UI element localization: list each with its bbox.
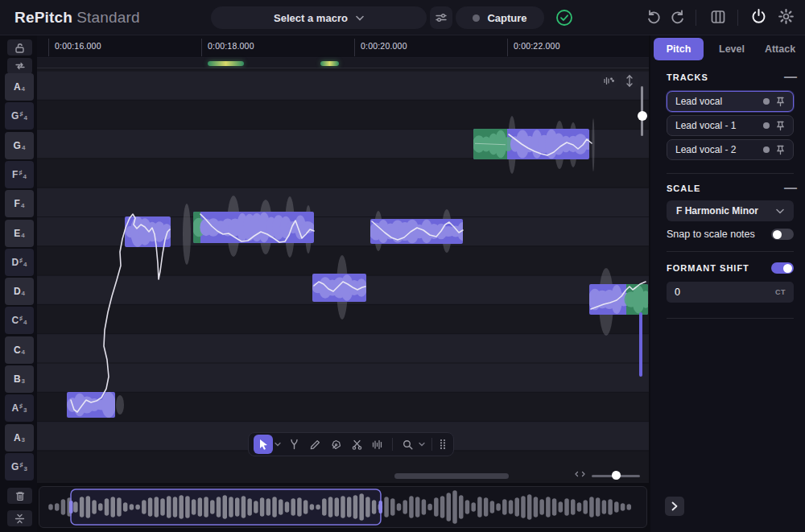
track-row[interactable]: Lead vocal: [667, 91, 794, 112]
correction-marker-strip: [37, 58, 649, 68]
scale-collapse-button[interactable]: —: [784, 181, 797, 196]
zoom-tool-button[interactable]: [398, 435, 417, 454]
formant-shift-value: 0: [675, 287, 775, 298]
tracks-collapse-button[interactable]: —: [784, 70, 797, 85]
lock-button[interactable]: [7, 39, 32, 56]
tab-label: Level: [719, 43, 745, 55]
tab-attack[interactable]: Attack: [757, 38, 803, 60]
top-bar: RePitchStandard Select a macro Capture: [0, 0, 805, 35]
toolbar-drag-handle[interactable]: [437, 435, 448, 454]
piano-key[interactable]: G4: [5, 132, 34, 159]
toggle-knob: [773, 230, 782, 239]
toolbar-divider: [737, 10, 738, 26]
sidebar-divider: [667, 318, 794, 319]
horizontal-scrollbar[interactable]: [394, 473, 509, 479]
zoom-slider-knob[interactable]: [612, 471, 621, 480]
piano-key[interactable]: F♯4: [5, 161, 34, 188]
vertical-zoom-button[interactable]: [621, 74, 638, 88]
drag-dots-icon: [440, 439, 446, 450]
power-button[interactable]: [750, 8, 767, 25]
select-tool-options-button[interactable]: [275, 442, 283, 447]
formant-shift-input[interactable]: 0 CT: [667, 282, 794, 303]
sidebar-divider: [667, 173, 794, 174]
pencil-tool-button[interactable]: [305, 435, 324, 454]
sidebar-divider: [667, 251, 794, 252]
brand-name: RePitch: [14, 9, 72, 26]
piano-key[interactable]: C♯4: [5, 307, 34, 334]
collapse-lanes-button[interactable]: [7, 510, 32, 526]
vertical-zoom-slider-knob[interactable]: [638, 111, 647, 121]
brand-edition: Standard: [76, 9, 140, 26]
track-row[interactable]: Lead vocal - 1: [667, 115, 794, 136]
pen-tool-button[interactable]: [326, 435, 345, 454]
timeline-tick: [354, 39, 355, 56]
collapse-vertical-icon: [14, 513, 25, 524]
gear-icon: [778, 8, 795, 25]
pitch-editor-canvas[interactable]: [37, 68, 649, 483]
capture-button[interactable]: Capture: [456, 6, 544, 29]
sibilance-view-button[interactable]: [601, 74, 617, 88]
undo-button[interactable]: [646, 9, 662, 25]
piano-key[interactable]: G♯3: [5, 453, 34, 480]
toolbar-divider: [696, 10, 696, 26]
loop-button[interactable]: [7, 58, 32, 74]
timeline-tick: [201, 39, 202, 56]
track-name: Lead vocal: [675, 96, 757, 107]
piano-key[interactable]: D♯4: [5, 249, 34, 276]
scale-select-value: F Harmonic Minor: [676, 205, 776, 217]
timeline-ruler[interactable]: 0:00:16.0000:00:18.0000:00:20.0000:00:22…: [37, 35, 649, 58]
formant-shift-unit: CT: [775, 288, 786, 296]
piano-key[interactable]: G♯4: [5, 102, 34, 130]
check-circle-icon: [555, 9, 573, 27]
split-tool-button[interactable]: [284, 435, 303, 454]
piano-key[interactable]: E4: [5, 220, 34, 247]
scissors-tool-button[interactable]: [347, 435, 366, 454]
settings-button[interactable]: [778, 8, 795, 25]
delete-button[interactable]: [7, 488, 32, 504]
snap-to-scale-toggle[interactable]: [771, 229, 794, 240]
waveform-overview[interactable]: [39, 486, 647, 528]
sliders-icon: [436, 13, 447, 23]
status-check-button[interactable]: [555, 9, 573, 27]
timeline-tick-label: 0:00:16.000: [55, 41, 101, 51]
piano-key[interactable]: C4: [5, 336, 34, 364]
toolbar-divider: [431, 438, 432, 451]
scale-select[interactable]: F Harmonic Minor: [667, 200, 794, 221]
macro-dropdown[interactable]: Select a macro: [211, 6, 427, 29]
piano-key[interactable]: F4: [5, 190, 34, 217]
layout-columns-button[interactable]: [710, 9, 726, 25]
timeline-tick: [48, 39, 49, 56]
select-tool-button[interactable]: [254, 435, 273, 454]
capture-dot-icon: [473, 14, 480, 22]
piano-key[interactable]: A♯3: [5, 394, 34, 422]
sibilance-icon: [603, 76, 614, 85]
macro-settings-button[interactable]: [430, 6, 452, 29]
arrows-up-down-icon: [625, 75, 634, 87]
pencil-icon: [310, 439, 320, 450]
piano-key[interactable]: D4: [5, 278, 34, 305]
correction-marker: [208, 61, 244, 66]
piano-key[interactable]: A3: [5, 424, 34, 452]
piano-key[interactable]: B3: [5, 365, 34, 393]
capture-label: Capture: [487, 12, 526, 24]
track-dot-indicator: [763, 98, 770, 105]
expand-panel-button[interactable]: [665, 497, 684, 516]
scale-header: SCALE: [667, 184, 700, 193]
columns-icon: [710, 9, 726, 25]
pitch-blob-layer: [37, 68, 649, 483]
horizontal-resize-icon: [575, 470, 585, 478]
track-row[interactable]: Lead vocal - 2: [667, 139, 794, 160]
formant-shift-toggle[interactable]: [771, 262, 794, 274]
vibrato-tool-button[interactable]: [368, 435, 387, 454]
piano-key[interactable]: A4: [5, 73, 34, 101]
pin-icon[interactable]: [776, 145, 785, 155]
tab-pitch[interactable]: Pitch: [654, 38, 704, 60]
toggle-knob: [783, 264, 792, 273]
pin-icon[interactable]: [776, 97, 785, 107]
tab-level[interactable]: Level: [708, 38, 755, 60]
vertical-scrollbar[interactable]: [639, 312, 642, 377]
pin-icon[interactable]: [776, 121, 785, 131]
redo-button[interactable]: [670, 9, 686, 25]
zoom-tool-options-button[interactable]: [419, 442, 427, 447]
formant-shift-header: FORMANT SHIFT: [667, 263, 749, 273]
